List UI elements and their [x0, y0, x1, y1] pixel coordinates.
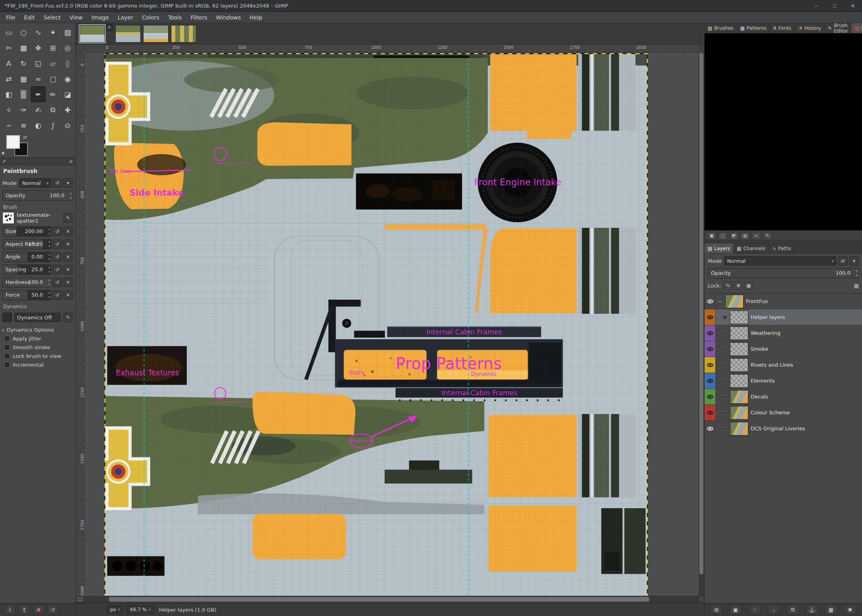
menu-windows[interactable]: Windows: [212, 13, 245, 22]
visibility-toggle[interactable]: [705, 325, 716, 341]
spinner-icons[interactable]: ▴▾: [856, 268, 858, 278]
layer-row[interactable]: Colour Scheme: [705, 405, 862, 421]
lock-brush-to-view-checkbox[interactable]: Lock brush to view: [4, 353, 71, 359]
hardness-slider[interactable]: Hardness 100.0 ▴▾: [2, 277, 51, 288]
checkbox-icon[interactable]: [4, 353, 10, 359]
group-expander[interactable]: −: [718, 299, 722, 304]
tool-rectangle-select[interactable]: ▭: [2, 25, 16, 40]
tool-eraser[interactable]: ◪: [60, 87, 75, 102]
delete-layer-button[interactable]: ✖: [844, 605, 856, 614]
aspect-ratio-slider[interactable]: Aspect Ratio 13.30 ▴▾: [2, 239, 51, 249]
scrollbar-thumb[interactable]: [109, 597, 650, 602]
tool-scale[interactable]: ◱: [31, 56, 45, 71]
tool-foreground-select[interactable]: ▩: [16, 40, 31, 55]
restore-tool-preset-button[interactable]: ↥: [19, 605, 29, 614]
canvas-image[interactable]: Top line Side Intake Front Engine Intake…: [105, 53, 648, 596]
visibility-toggle[interactable]: [705, 405, 716, 420]
size-slider[interactable]: Size 200.00 ▴▾: [2, 226, 51, 237]
tool-text[interactable]: A: [2, 56, 16, 71]
link-cell[interactable]: [723, 363, 727, 367]
unlink-icon[interactable]: ✕: [63, 265, 73, 274]
unlink-icon[interactable]: ✕: [63, 278, 73, 287]
unlink-icon[interactable]: ✕: [63, 227, 73, 236]
lock-alpha-checker-icon[interactable]: ▩: [854, 283, 859, 289]
image-tab-4[interactable]: [171, 25, 196, 43]
reset-icon[interactable]: ↺: [52, 239, 62, 249]
tool-paintbrush[interactable]: ✒: [31, 87, 45, 102]
delete-tool-preset-button[interactable]: ✖: [33, 605, 44, 614]
unlink-icon[interactable]: ✕: [63, 252, 73, 262]
menu-help[interactable]: Help: [245, 13, 267, 22]
swap-colors-icon[interactable]: ⇄: [23, 134, 27, 140]
reset-icon[interactable]: ↺: [52, 278, 62, 287]
link-cell[interactable]: [723, 395, 727, 399]
horizontal-scrollbar[interactable]: [84, 596, 699, 603]
tool-ellipse-select[interactable]: ○: [16, 25, 31, 40]
tool-ink[interactable]: ✑: [16, 102, 31, 117]
menu-file[interactable]: File: [2, 13, 19, 22]
link-cell[interactable]: [723, 427, 727, 431]
tool-mypaint-brush[interactable]: ✍: [31, 102, 45, 117]
visibility-toggle[interactable]: [705, 421, 716, 436]
select-none-button[interactable]: ▢: [718, 232, 728, 240]
tool-gradient[interactable]: ▒: [16, 87, 31, 102]
layer-row[interactable]: DCS Original Liveries: [705, 421, 862, 437]
tool-free-select[interactable]: ∿: [31, 25, 45, 40]
menu-filters[interactable]: Filters: [186, 13, 212, 22]
layer-row[interactable]: Decals: [705, 389, 862, 405]
paint-mode-select[interactable]: Normal ▾: [19, 178, 51, 188]
zoom-select[interactable]: 66.7 % ▾: [126, 605, 154, 614]
minimize-button[interactable]: –: [807, 0, 825, 12]
tool-handle-transform[interactable]: ◉: [60, 71, 75, 86]
opacity-slider[interactable]: Opacity 100.0 ▴▾: [2, 190, 73, 201]
visibility-toggle[interactable]: [705, 341, 716, 357]
layer-row[interactable]: Rivets and Lines: [705, 357, 862, 373]
tool-scissors-select[interactable]: ✂: [2, 40, 16, 55]
layer-row[interactable]: Smoke: [705, 341, 862, 357]
link-cell[interactable]: [723, 315, 727, 319]
invert-selection-button[interactable]: ◩: [729, 232, 739, 240]
navigation-button[interactable]: [699, 596, 704, 603]
force-slider[interactable]: Force 50.0 ▴▾: [2, 290, 51, 300]
menu-select[interactable]: Select: [39, 13, 65, 22]
tool-clone[interactable]: ⧉: [46, 102, 60, 117]
menu-tools[interactable]: Tools: [164, 13, 186, 22]
spinner-icons[interactable]: ▴▾: [49, 265, 50, 274]
visibility-toggle[interactable]: [705, 357, 716, 373]
switch-mode-icon[interactable]: ⇄: [838, 256, 848, 266]
dynamics-options-expander[interactable]: ▸ Dynamics Options: [2, 327, 73, 333]
brush-preview[interactable]: [2, 212, 14, 224]
dynamics-select[interactable]: Dynamics Off: [14, 313, 61, 322]
spinner-icons[interactable]: ▴▾: [49, 290, 50, 300]
raise-layer-button[interactable]: ↑: [749, 605, 761, 614]
reset-icon[interactable]: ↺: [52, 265, 62, 274]
layer-opacity-slider[interactable]: Opacity 100.0 ▴▾: [708, 268, 859, 278]
tool-rotate[interactable]: ↻: [16, 56, 31, 71]
reset-icon[interactable]: ↺: [52, 252, 62, 262]
checkbox-icon[interactable]: [4, 336, 10, 342]
stroke-selection-button[interactable]: ✎: [763, 232, 772, 240]
lock-position-button[interactable]: ✥: [734, 282, 743, 290]
menu-view[interactable]: View: [65, 13, 87, 22]
tool-blur-sharpen[interactable]: ≋: [16, 118, 31, 133]
link-cell[interactable]: [723, 411, 727, 415]
menu-colors[interactable]: Colors: [138, 13, 164, 22]
new-layer-group-button[interactable]: ▣: [730, 605, 742, 614]
layer-row[interactable]: Weathering: [705, 325, 862, 341]
link-cell[interactable]: [723, 331, 727, 335]
scrollbar-thumb[interactable]: [699, 53, 703, 574]
tool-color-picker[interactable]: ⊙: [60, 118, 75, 133]
close-button[interactable]: ✕: [844, 0, 862, 12]
reset-tool-options-button[interactable]: ↺: [48, 605, 58, 614]
tool-move[interactable]: ✥: [31, 40, 45, 55]
mode-menu-icon[interactable]: ▾: [63, 178, 73, 188]
foreground-color[interactable]: [6, 135, 20, 149]
menu-edit[interactable]: Edit: [19, 13, 39, 22]
save-to-channel-button[interactable]: ▥: [740, 232, 750, 240]
layer-row[interactable]: Helper layers: [705, 309, 862, 325]
visibility-toggle[interactable]: [705, 389, 716, 404]
visibility-toggle[interactable]: [705, 373, 716, 389]
tool-bucket-fill[interactable]: ◧: [2, 87, 16, 102]
tool-warp-transform[interactable]: ≈: [31, 71, 45, 86]
spinner-icons[interactable]: ▴▾: [49, 239, 50, 249]
